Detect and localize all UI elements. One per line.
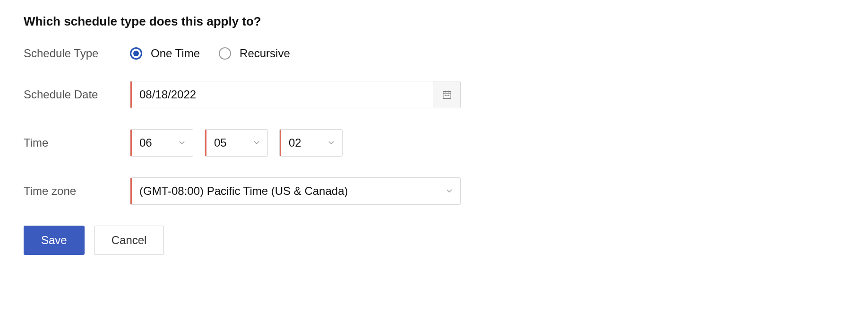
calendar-icon	[442, 89, 452, 100]
timezone-value: (GMT-08:00) Pacific Time (US & Canada)	[132, 178, 443, 204]
timezone-select[interactable]: (GMT-08:00) Pacific Time (US & Canada)	[130, 177, 461, 205]
timezone-label: Time zone	[24, 184, 130, 198]
time-minute-value: 05	[206, 130, 250, 156]
time-second-value: 02	[281, 130, 325, 156]
time-hour-value: 06	[132, 130, 176, 156]
radio-one-time[interactable]: One Time	[130, 47, 200, 60]
calendar-button[interactable]	[433, 81, 460, 108]
svg-point-5	[447, 95, 447, 96]
schedule-type-radio-group: One Time Recursive	[130, 47, 290, 60]
time-second-select[interactable]: 02	[279, 129, 343, 157]
time-label: Time	[24, 136, 130, 149]
chevron-down-icon	[325, 130, 342, 156]
radio-icon	[130, 47, 142, 60]
radio-icon	[219, 47, 231, 60]
time-minute-select[interactable]: 05	[205, 129, 268, 157]
chevron-down-icon	[250, 130, 267, 156]
schedule-date-label: Schedule Date	[24, 88, 130, 101]
svg-point-4	[445, 95, 445, 96]
time-hour-select[interactable]: 06	[130, 129, 193, 157]
time-row: Time 06 05 02	[24, 129, 844, 157]
schedule-type-label: Schedule Type	[24, 47, 130, 60]
save-button[interactable]: Save	[24, 226, 85, 255]
svg-point-6	[448, 95, 449, 96]
schedule-type-row: Schedule Type One Time Recursive	[24, 47, 844, 60]
radio-recursive[interactable]: Recursive	[219, 47, 290, 60]
cancel-button[interactable]: Cancel	[94, 226, 164, 255]
button-row: Save Cancel	[24, 226, 844, 255]
radio-one-time-label: One Time	[151, 47, 200, 60]
schedule-date-value: 08/18/2022	[132, 81, 433, 108]
section-heading: Which schedule type does this apply to?	[24, 14, 844, 29]
schedule-date-row: Schedule Date 08/18/2022	[24, 81, 844, 108]
schedule-date-input[interactable]: 08/18/2022	[130, 81, 461, 108]
timezone-row: Time zone (GMT-08:00) Pacific Time (US &…	[24, 177, 844, 205]
radio-recursive-label: Recursive	[240, 47, 290, 60]
chevron-down-icon	[176, 130, 193, 156]
chevron-down-icon	[443, 178, 460, 204]
